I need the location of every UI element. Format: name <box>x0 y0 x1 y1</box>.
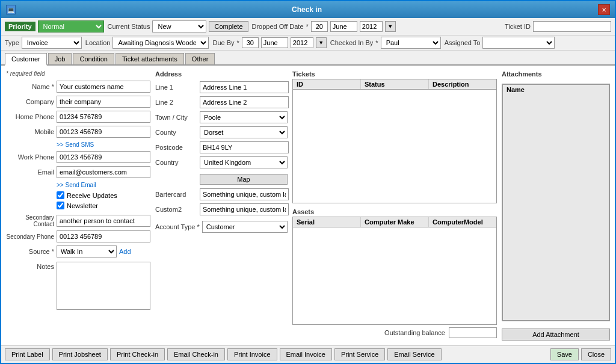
send-sms-link[interactable]: >> Send SMS <box>57 141 94 148</box>
home-phone-input[interactable] <box>57 111 150 123</box>
due-day-input[interactable] <box>242 37 259 48</box>
secondary-phone-row: Secondary Phone <box>6 230 150 242</box>
company-input[interactable] <box>57 96 150 108</box>
map-button[interactable]: Map <box>200 174 288 185</box>
location-label: Location <box>85 39 111 46</box>
print-invoice-button[interactable]: Print Invoice <box>227 348 277 360</box>
add-attachment-button[interactable]: Add Attachment <box>502 329 610 341</box>
tickets-title: Tickets <box>292 70 497 78</box>
checkedin-star: * <box>375 39 378 46</box>
county-select[interactable]: Dorset <box>200 126 288 138</box>
tickets-col-desc: Description <box>429 79 496 89</box>
status-group: Current Status New Complete <box>108 20 248 32</box>
due-calendar-button[interactable]: ▼ <box>316 37 327 48</box>
postcode-row: Postcode <box>155 141 288 153</box>
line1-label: Line 1 <box>155 84 197 91</box>
print-checkin-button[interactable]: Print Check-in <box>110 348 165 360</box>
line2-label: Line 2 <box>155 99 197 106</box>
required-note: * required field <box>6 70 150 77</box>
location-select[interactable]: Awaiting Diagnosis Wooden Cupbc <box>112 37 209 49</box>
name-label: Name * <box>6 83 54 90</box>
close-button-bottom[interactable]: Close <box>581 348 611 360</box>
dropped-day-input[interactable] <box>311 21 328 32</box>
complete-button[interactable]: Complete <box>209 21 248 32</box>
send-email-link[interactable]: >> Send Email <box>57 182 96 188</box>
account-type-select[interactable]: Customer <box>202 221 288 233</box>
tab-condition[interactable]: Condition <box>73 53 114 64</box>
source-label: Source * <box>6 248 54 255</box>
email-label: Email <box>6 168 54 176</box>
address-panel: Address Line 1 Line 2 Town / City Poole … <box>155 70 288 341</box>
name-input[interactable] <box>57 81 150 93</box>
status-label: Current Status <box>108 23 150 30</box>
newsletter-checkbox[interactable] <box>57 202 64 209</box>
assets-header: Serial Computer Make ComputerModel <box>293 217 496 227</box>
secondary-phone-input[interactable] <box>57 230 150 242</box>
source-row: Source * Walk In Add <box>6 245 150 258</box>
save-button[interactable]: Save <box>550 348 579 360</box>
outstanding-input[interactable] <box>449 327 497 338</box>
ticket-id-input[interactable] <box>533 21 611 32</box>
email-invoice-button[interactable]: Email Invoice <box>280 348 332 360</box>
tab-ticket-attachments[interactable]: Ticket attachments <box>116 53 184 64</box>
priority-select[interactable]: Normal <box>38 20 104 32</box>
notes-textarea[interactable] <box>57 262 150 310</box>
close-button[interactable]: ✕ <box>598 4 610 15</box>
home-phone-label: Home Phone <box>6 113 54 120</box>
status-select[interactable]: New <box>152 20 206 32</box>
print-jobsheet-button[interactable]: Print Jobsheet <box>52 348 108 360</box>
secondary-contact-input[interactable] <box>57 215 150 227</box>
bartercard-row: Bartercard <box>155 188 288 200</box>
bartercard-label: Bartercard <box>155 191 197 198</box>
source-select[interactable]: Walk In <box>57 245 117 258</box>
assets-table: Serial Computer Make ComputerModel <box>292 217 497 325</box>
county-label: County <box>155 129 197 136</box>
due-month-input[interactable] <box>261 37 288 48</box>
bartercard-input[interactable] <box>200 188 289 200</box>
tab-other[interactable]: Other <box>185 53 215 64</box>
line2-input[interactable] <box>200 96 289 108</box>
mobile-input[interactable] <box>57 126 150 138</box>
name-row: Name * <box>6 81 150 93</box>
line1-input[interactable] <box>200 81 289 93</box>
checkedin-select[interactable]: Paul <box>381 37 441 49</box>
town-select[interactable]: Poole <box>200 111 288 123</box>
dropped-year-input[interactable] <box>360 21 383 32</box>
newsletter-label: Newsletter <box>67 202 98 209</box>
assigned-select[interactable] <box>482 37 555 49</box>
dropped-required-star: * <box>306 23 309 30</box>
email-service-button[interactable]: Email Service <box>387 348 441 360</box>
tab-job[interactable]: Job <box>48 53 72 64</box>
email-row: Email <box>6 166 150 178</box>
assets-col-model: ComputerModel <box>429 217 496 227</box>
title-bar: 💻 Check in ✕ <box>1 1 615 18</box>
add-source-link[interactable]: Add <box>119 248 131 255</box>
customer-panel: * required field Name * Company Home Pho… <box>6 70 150 341</box>
tab-customer[interactable]: Customer <box>5 53 47 66</box>
account-type-row: Account Type * Customer <box>155 221 288 233</box>
country-select[interactable]: United Kingdom <box>200 156 288 168</box>
assigned-group: Assigned To <box>445 37 555 49</box>
secondary-contact-row: Secondary Contact <box>6 214 150 227</box>
due-year-input[interactable] <box>291 37 313 48</box>
dropped-calendar-button[interactable]: ▼ <box>385 21 396 32</box>
type-select[interactable]: Invoice <box>22 37 82 49</box>
work-phone-input[interactable] <box>57 151 150 163</box>
print-label-button[interactable]: Print Label <box>5 348 50 360</box>
due-required-star: * <box>237 39 239 46</box>
county-row: County Dorset <box>155 126 288 138</box>
secondary-phone-label: Secondary Phone <box>6 233 54 240</box>
newsletter-row: Newsletter <box>57 202 150 209</box>
tickets-panel: Tickets ID Status Description <box>292 70 497 203</box>
email-checkin-button[interactable]: Email Check-in <box>167 348 225 360</box>
email-input[interactable] <box>57 166 150 178</box>
dropped-month-input[interactable] <box>330 21 357 32</box>
custom2-input[interactable] <box>200 203 289 215</box>
receive-updates-checkbox[interactable] <box>57 191 64 199</box>
due-by-group: Due By * ▼ <box>212 37 326 48</box>
assets-body <box>293 227 496 325</box>
print-service-button[interactable]: Print Service <box>334 348 385 360</box>
tickets-col-id: ID <box>293 79 361 89</box>
postcode-input[interactable] <box>200 141 289 153</box>
tickets-table: ID Status Description <box>292 79 497 203</box>
